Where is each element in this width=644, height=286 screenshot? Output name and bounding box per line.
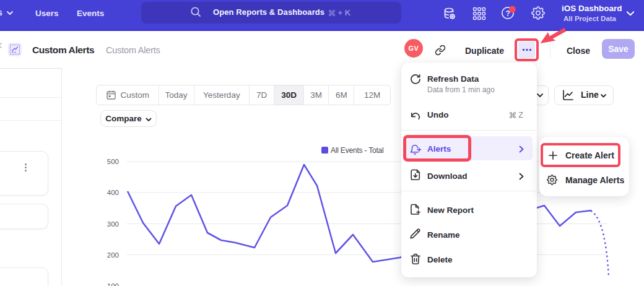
svg-text:s: s <box>0 9 2 17</box>
